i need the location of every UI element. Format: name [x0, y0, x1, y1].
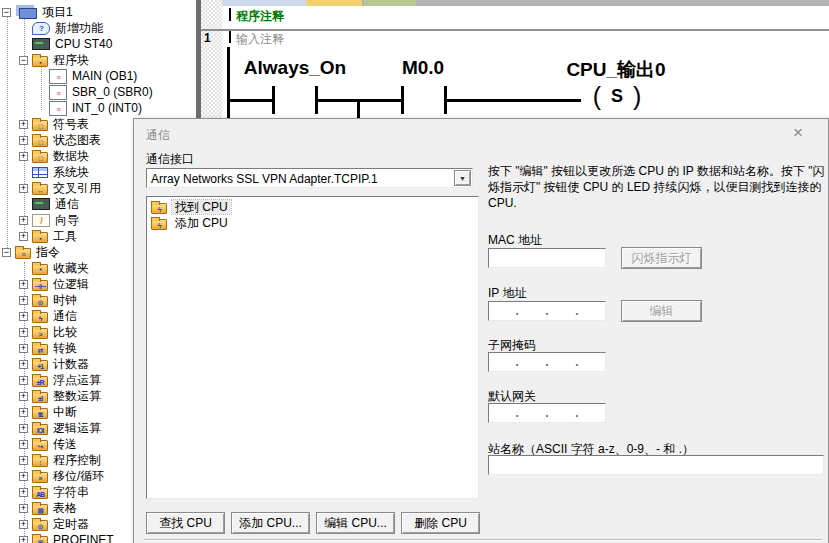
expand-toggle[interactable]: +	[19, 216, 28, 225]
find-cpu-button[interactable]: 查找 CPU	[146, 512, 225, 534]
chevron-down-icon[interactable]: ▼	[454, 170, 471, 186]
expand-toggle[interactable]: +	[19, 408, 28, 417]
communication-dialog: 通信 × 通信接口 Array Networks SSL VPN Adapter…	[133, 118, 829, 543]
expand-toggle[interactable]: +	[19, 136, 28, 145]
expand-toggle[interactable]: +	[19, 280, 28, 289]
tree-item-label: 符号表	[53, 116, 89, 133]
ip-address-field: . . .	[488, 301, 606, 321]
expand-toggle[interactable]: +	[19, 440, 28, 449]
edit-button: 编辑	[621, 300, 702, 322]
expand-toggle[interactable]: +	[19, 232, 28, 241]
expand-toggle[interactable]: +	[19, 504, 28, 513]
tree-item[interactable]: −项目1	[0, 4, 196, 20]
program-block-icon: ▪	[32, 56, 48, 67]
convert-icon: ⇄	[32, 344, 48, 355]
mac-address-label: MAC 地址	[488, 232, 542, 249]
tree-item-label: 中断	[53, 404, 77, 421]
expand-toggle[interactable]: +	[19, 120, 28, 129]
tree-item[interactable]: −▪程序块	[0, 52, 196, 68]
wizard-icon: /	[32, 214, 50, 227]
cpu-listbox[interactable]: ϟ找到 CPUϟ添加 CPU	[146, 196, 479, 499]
project-icon	[19, 8, 37, 19]
cpu-list-item[interactable]: ϟ添加 CPU	[147, 215, 478, 231]
comment-separator	[201, 29, 829, 31]
tree-item[interactable]: ≡INT_0 (INT0)	[0, 100, 196, 116]
tree-item-label: 系统块	[53, 164, 89, 181]
cpu-list-item[interactable]: ϟ找到 CPU	[147, 199, 478, 215]
expand-toggle[interactable]: +	[19, 520, 28, 529]
float-math-icon: ±R	[32, 376, 48, 387]
ip-address-label: IP 地址	[488, 285, 526, 302]
dialog-instructions: 按下 "编辑" 按钮以更改所选 CPU 的 IP 数据和站名称。按下 "闪烁指示…	[488, 163, 828, 211]
expand-toggle[interactable]: +	[19, 184, 28, 193]
expand-toggle[interactable]: +	[19, 472, 28, 481]
tree-item-label: 指令	[36, 244, 60, 261]
edit-cpu-button[interactable]: 编辑 CPU...	[316, 512, 395, 534]
expand-toggle[interactable]: +	[19, 424, 28, 433]
expand-toggle[interactable]: +	[19, 376, 28, 385]
interface-label: 通信接口	[146, 151, 194, 168]
branch-wire	[357, 99, 360, 118]
tree-item-label: SBR_0 (SBR0)	[72, 85, 153, 99]
ladder-wire	[447, 99, 581, 102]
tree-item-label: 计数器	[53, 356, 89, 373]
collapse-toggle[interactable]: −	[19, 56, 28, 65]
tree-item-label: 状态图表	[53, 132, 101, 149]
network-comment[interactable]: 输入注释	[236, 31, 284, 48]
tree-item-label: 表格	[53, 500, 77, 517]
expand-toggle[interactable]: +	[19, 296, 28, 305]
expand-toggle[interactable]: +	[19, 312, 28, 321]
favorites-icon: *	[32, 264, 48, 275]
interface-combobox[interactable]: Array Networks SSL VPN Adapter.TCPIP.1 ▼	[146, 168, 473, 188]
tree-item-label: 整数运算	[53, 388, 101, 405]
pou-tab-sbr0[interactable]	[364, 0, 416, 6]
pou-main-icon: ≡	[49, 69, 67, 84]
contact-operand-m0-0[interactable]: M0.0	[343, 57, 503, 79]
expand-toggle[interactable]: +	[19, 152, 28, 161]
shift-rotate-icon: »	[32, 472, 48, 483]
tree-item-label: 工具	[53, 228, 77, 245]
contact-leg	[401, 86, 404, 114]
collapse-toggle[interactable]: −	[2, 248, 11, 257]
compare-icon: >	[32, 328, 48, 339]
pou-tab-main[interactable]	[306, 0, 362, 6]
comment-cursor-bar	[229, 31, 231, 43]
expand-toggle[interactable]: +	[19, 488, 28, 497]
subnet-dot: .	[515, 355, 518, 369]
tree-item[interactable]: ≡MAIN (OB1)	[0, 68, 196, 84]
program-comment[interactable]: 程序注释	[236, 8, 284, 25]
expand-toggle[interactable]: +	[19, 456, 28, 465]
communication-icon	[32, 198, 50, 210]
comment-cursor-bar	[229, 8, 231, 21]
add-cpu-button[interactable]: 添加 CPU...	[231, 512, 310, 534]
status-chart-icon: □	[32, 136, 48, 147]
collapse-toggle[interactable]: −	[2, 8, 11, 17]
close-icon[interactable]: ×	[793, 124, 803, 141]
bit-logic-icon: ⊣⊢	[32, 280, 48, 291]
flash-indicator-button: 闪烁指示灯	[621, 247, 702, 269]
interface-combobox-value: Array Networks SSL VPN Adapter.TCPIP.1	[151, 172, 378, 186]
tree-item-label: 比较	[53, 324, 77, 341]
tree-item-label: 定时器	[53, 516, 89, 533]
subnet-dot: .	[545, 355, 548, 369]
set-coil[interactable]: ( S )	[572, 81, 662, 111]
tree-item-label: 新增功能	[55, 20, 103, 37]
interrupt-icon: ttt	[32, 408, 48, 419]
tree-item-label: 程序块	[53, 52, 89, 69]
tree-item-label: 通信	[55, 196, 79, 213]
coil-operand-cpu-output0[interactable]: CPU_输出0	[526, 57, 706, 83]
expand-toggle[interactable]: +	[19, 536, 28, 543]
station-name-input[interactable]	[488, 455, 824, 475]
tree-item[interactable]: ?新增功能	[0, 20, 196, 36]
expand-toggle[interactable]: +	[19, 392, 28, 401]
tree-item-label: 转换	[53, 340, 77, 357]
tree-item[interactable]: ≡SBR_0 (SBR0)	[0, 84, 196, 100]
expand-toggle[interactable]: +	[19, 328, 28, 337]
move-icon: ↪	[32, 440, 48, 451]
tree-item[interactable]: CPU ST40	[0, 36, 196, 52]
delete-cpu-button[interactable]: 删除 CPU	[401, 512, 480, 534]
pou-sbr-icon: ≡	[49, 85, 67, 100]
subnet-mask-field: . . .	[488, 352, 606, 372]
expand-toggle[interactable]: +	[19, 360, 28, 369]
expand-toggle[interactable]: +	[19, 344, 28, 353]
